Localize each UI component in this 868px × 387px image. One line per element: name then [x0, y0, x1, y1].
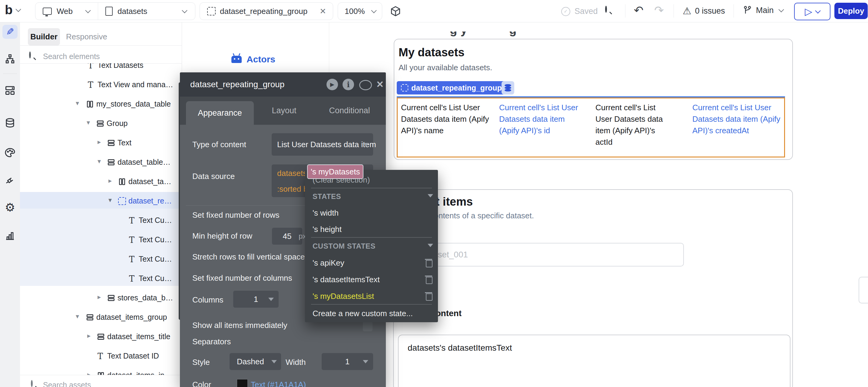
cell-createdat[interactable]: Current cell's List User Datasets data i… — [692, 102, 785, 136]
platform-select[interactable]: Web — [57, 7, 73, 16]
rail-item-data[interactable] — [0, 118, 20, 128]
type-of-content-select[interactable]: List User Datasets data item — [272, 133, 373, 156]
redo-icon[interactable]: ↷ — [654, 4, 664, 17]
state-apikey-item[interactable]: 's apiKey — [313, 258, 344, 268]
panel-title: dataset_repeating_group — [190, 79, 284, 89]
states-section-header[interactable]: STATES — [313, 192, 341, 201]
separator-style-select[interactable]: Dashed — [229, 353, 281, 370]
tree-item-dataset-items-in[interactable]: ▸ dataset_items_in… — [20, 366, 182, 375]
data-source-chip[interactable] — [501, 81, 514, 95]
text-icon: T — [129, 236, 134, 244]
color-value-link[interactable]: Text (#1A1A1A) — [251, 380, 306, 387]
element-chip[interactable]: dataset_repeating_group ✕ — [199, 2, 333, 20]
panel-header[interactable]: dataset_repeating_group ▶ i ✕ — [180, 72, 386, 97]
show-all-items-checkbox[interactable] — [363, 322, 373, 331]
undo-icon[interactable]: ↶ — [634, 4, 644, 17]
page-select[interactable]: datasets — [118, 7, 147, 16]
issues-indicator[interactable]: ⚠ 0 issues — [683, 5, 725, 17]
rail-item-logs[interactable] — [0, 230, 20, 241]
dataset-content-box[interactable]: datasets's datasetItemsText — [398, 334, 790, 387]
tree-item-text-view[interactable]: T Text View and mana… — [20, 76, 182, 95]
cell-name[interactable]: Current cell's List User Datasets data i… — [401, 102, 494, 136]
caret-right-icon[interactable]: ▸ — [97, 293, 101, 301]
state-height-item[interactable]: 's height — [313, 225, 342, 234]
download-csv-button[interactable]: Download as CSV — [859, 277, 868, 303]
tree-item-dataset-ta[interactable]: ▸ dataset_ta… — [20, 172, 182, 192]
component-cube-icon[interactable] — [390, 6, 401, 17]
trash-icon[interactable] — [426, 277, 433, 284]
tree-item-text-cu-4[interactable]: T Text Cu… — [20, 269, 182, 289]
dataset-items-card[interactable]: Dataset items View the contents of a spe… — [393, 189, 793, 387]
deploy-label: Deploy — [838, 6, 864, 16]
chevron-down-icon[interactable] — [85, 7, 91, 13]
comment-button[interactable] — [359, 80, 372, 90]
bubble-logo[interactable]: b — [5, 4, 20, 17]
caret-down-icon[interactable]: ▾ — [76, 99, 79, 107]
tab-builder[interactable]: Builder — [28, 28, 60, 45]
rail-item-settings[interactable]: ⚙ — [0, 202, 20, 213]
tree-item-dataset-repeating-group-selected[interactable]: ▾ dataset_re… — [20, 192, 182, 212]
tree-item-my-stores-data-table[interactable]: ▾ my_stores_data_table — [20, 95, 182, 115]
rail-item-plugins[interactable] — [0, 175, 20, 186]
tree-item-stores-data-b[interactable]: ▸ stores_data_b… — [20, 289, 182, 308]
info-button[interactable]: i — [343, 79, 354, 90]
state-mydatasetslist-item[interactable]: 's myDatasetsList — [313, 292, 374, 301]
chevron-down-icon[interactable] — [182, 7, 187, 13]
caret-right-icon[interactable]: ▸ — [87, 370, 91, 375]
caret-down-icon[interactable]: ▾ — [97, 158, 101, 165]
caret-right-icon[interactable]: ▸ — [87, 332, 91, 340]
caret-right-icon[interactable]: ▸ — [97, 138, 101, 146]
tab-conditional-label: Conditional — [329, 106, 370, 116]
columns-select[interactable]: 1 — [233, 291, 279, 308]
zoom-select[interactable]: 100% — [338, 2, 382, 20]
caret-down-icon[interactable]: ▾ — [87, 119, 90, 127]
tree-item-group[interactable]: ▾ Group — [20, 115, 182, 134]
expression-token-my-datasets[interactable]: 's myDatasets — [307, 164, 364, 179]
rail-item-workflow[interactable] — [0, 54, 20, 64]
caret-down-icon[interactable]: ▾ — [108, 196, 112, 204]
tab-conditional[interactable]: Conditional — [319, 97, 380, 125]
my-datasets-card[interactable]: My datasets All your available datasets.… — [394, 39, 793, 160]
tree-item-text-dataset-id[interactable]: T Text Dataset ID — [20, 347, 182, 366]
state-width-item[interactable]: 's width — [313, 208, 339, 218]
tab-responsive[interactable]: Responsive — [66, 32, 107, 41]
search-icon[interactable] — [605, 6, 607, 13]
state-datasetitemstext-item[interactable]: 's datasetItemsText — [313, 275, 380, 284]
preview-button[interactable]: ▷ — [794, 3, 831, 20]
trash-icon[interactable] — [426, 260, 433, 267]
custom-states-section-header[interactable]: CUSTOM STATES — [313, 242, 376, 251]
selected-element-badge[interactable]: dataset_repeating_group — [397, 81, 506, 95]
play-icon: ▷ — [805, 7, 812, 17]
tab-appearance[interactable]: Appearance — [186, 101, 254, 125]
search-elements-input[interactable] — [42, 52, 159, 61]
caret-down-icon[interactable]: ▾ — [76, 313, 79, 320]
cell-id[interactable]: Current cell's List User Datasets data i… — [499, 102, 586, 136]
trash-icon[interactable] — [426, 293, 433, 301]
close-icon[interactable]: ✕ — [319, 7, 326, 16]
caret-right-icon[interactable]: ▸ — [108, 177, 112, 185]
tree-item-text-cu-1[interactable]: T Text Cu… — [20, 212, 182, 231]
preview-element-button[interactable]: ▶ — [327, 79, 338, 90]
color-swatch[interactable] — [237, 379, 248, 387]
tree-item-text-cu-2[interactable]: T Text Cu… — [20, 231, 182, 250]
min-height-input[interactable] — [272, 228, 302, 245]
tree-item-text-datasets[interactable]: T Text Datasets — [20, 63, 182, 76]
tree-item-text-group[interactable]: ▸ Text — [20, 134, 182, 153]
search-assets-input[interactable] — [42, 380, 159, 387]
tree-item-dataset-items-title[interactable]: ▸ dataset_items_title — [20, 328, 182, 347]
rail-item-components[interactable] — [0, 85, 20, 96]
tree-item-dataset-table[interactable]: ▾ dataset_table… — [20, 153, 182, 172]
canvas-nav-item-actors[interactable]: Actors — [231, 54, 275, 65]
cell-actid[interactable]: Current cell's List User Datasets data i… — [595, 102, 674, 148]
close-icon[interactable]: ✕ — [376, 79, 384, 90]
tab-layout[interactable]: Layout — [260, 97, 308, 125]
tree-item-dataset-items-group[interactable]: ▾ dataset_items_group — [20, 308, 182, 328]
dataset-id-input[interactable] — [398, 243, 684, 266]
branch-select[interactable]: Main — [743, 5, 783, 15]
tree-item-text-cu-3[interactable]: T Text Cu… — [20, 250, 182, 269]
create-custom-state-item[interactable]: Create a new custom state... — [313, 309, 413, 318]
deploy-button[interactable]: Deploy — [834, 3, 868, 19]
separator-width-select[interactable]: 1 — [322, 353, 373, 370]
rail-item-design[interactable]: ✎ — [2, 25, 18, 39]
rail-item-styles[interactable] — [0, 147, 20, 158]
